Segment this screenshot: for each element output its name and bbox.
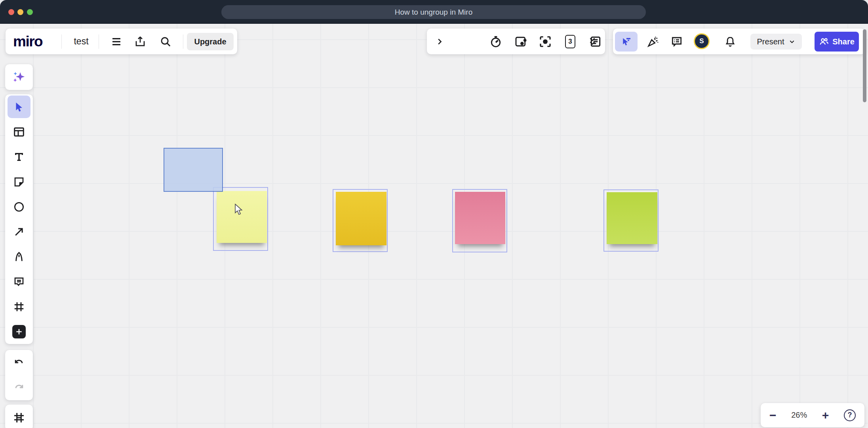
vertical-scrollbar[interactable] <box>863 29 866 102</box>
notifications-button[interactable] <box>720 29 740 54</box>
share-label: Share <box>832 37 855 46</box>
share-people-icon <box>819 36 829 47</box>
sticky-note-object[interactable] <box>217 191 267 243</box>
comments-feed-button[interactable] <box>666 29 687 54</box>
selection-box[interactable] <box>333 189 388 252</box>
zoom-level[interactable]: 26% <box>791 411 807 420</box>
frame-icon <box>13 301 25 313</box>
main-menu-icon <box>110 36 122 48</box>
share-button[interactable]: Share <box>815 32 859 52</box>
timer-icon <box>489 35 502 48</box>
miro-logo[interactable]: miro <box>13 29 42 54</box>
text-icon <box>13 151 25 163</box>
sticky-note-object[interactable] <box>455 192 505 244</box>
sticky-note-icon <box>13 176 25 188</box>
board-toolbar: miro test Upgrade <box>6 29 237 54</box>
browser-tab[interactable]: How to ungroup in Miro <box>221 5 646 19</box>
undo-icon <box>13 357 25 369</box>
spotlight-button[interactable] <box>535 29 556 54</box>
more-tools[interactable] <box>5 319 33 344</box>
search-icon <box>160 36 171 48</box>
comment-icon <box>13 276 25 288</box>
ai-sparkles-icon <box>11 70 27 85</box>
selection-box[interactable] <box>213 187 268 251</box>
select-cursor-icon <box>13 101 25 113</box>
window-titlebar: How to ungroup in Miro <box>0 0 868 24</box>
notifications-bell-icon <box>724 36 736 48</box>
comments-feed-icon <box>670 35 683 48</box>
spotlight-icon <box>539 35 552 48</box>
text-tool[interactable] <box>5 144 33 169</box>
follow-cursor-icon <box>621 36 632 48</box>
mouse-cursor <box>234 204 245 216</box>
miro-board-window: How to ungroup in Miro miro test Upgrade <box>0 0 868 428</box>
frame-tool[interactable] <box>5 294 33 319</box>
select-tool[interactable] <box>5 94 33 119</box>
sticky-note-object[interactable] <box>607 192 657 244</box>
arrow-icon <box>13 226 25 238</box>
chevron-down-icon <box>789 38 795 45</box>
avatar-initial: S <box>699 37 704 45</box>
divider <box>61 34 62 49</box>
pen-icon <box>13 251 25 263</box>
selection-box[interactable] <box>452 189 507 252</box>
present-button[interactable]: Present <box>750 34 802 50</box>
comment-tool[interactable] <box>5 269 33 294</box>
export-board-icon <box>134 36 146 48</box>
frames-panel-button[interactable] <box>5 405 33 428</box>
search-button[interactable] <box>155 29 176 54</box>
templates-tool[interactable] <box>5 119 33 144</box>
collapse-chevron-icon <box>435 37 444 46</box>
zoom-controls: − 26% + ? <box>761 403 864 427</box>
minimize-window-button[interactable] <box>17 9 23 15</box>
connection-line-tool[interactable] <box>5 219 33 244</box>
tool-sidebar <box>5 94 33 344</box>
history-controls <box>5 350 33 400</box>
frames-panel-icon <box>13 411 25 424</box>
redo-button[interactable] <box>5 375 33 400</box>
more-facilitation-tools-button[interactable] <box>583 29 602 54</box>
attention-button[interactable] <box>510 29 531 54</box>
miro-assist-button[interactable] <box>5 64 33 90</box>
sticky-note-tool[interactable] <box>5 169 33 194</box>
selection-box[interactable] <box>603 189 659 252</box>
redo-icon <box>13 382 25 394</box>
reactions-icon <box>647 35 659 48</box>
more-tools-chevron-icon <box>588 37 597 46</box>
window-title: How to ungroup in Miro <box>395 8 472 17</box>
follow-cursor-button[interactable] <box>615 32 638 52</box>
upgrade-button[interactable]: Upgrade <box>187 33 234 50</box>
plus-icon <box>12 325 26 338</box>
shapes-tool[interactable] <box>5 194 33 219</box>
undo-button[interactable] <box>5 350 33 375</box>
fullscreen-window-button[interactable] <box>27 9 33 15</box>
divider <box>99 34 99 49</box>
close-window-button[interactable] <box>8 9 14 15</box>
main-menu-button[interactable] <box>106 29 127 54</box>
zoom-in-button[interactable]: + <box>822 409 829 421</box>
circle-shape-icon <box>13 201 25 213</box>
avatar[interactable]: S <box>694 33 710 49</box>
estimation-icon: 3 <box>565 35 575 48</box>
facilitation-toolbar: 3 <box>427 29 605 54</box>
estimation-button[interactable]: 3 <box>560 29 581 54</box>
attention-icon <box>514 35 527 48</box>
help-icon: ? <box>847 411 852 419</box>
zoom-out-button[interactable]: − <box>769 409 777 421</box>
sticky-note-object[interactable] <box>336 192 386 245</box>
reactions-button[interactable] <box>643 29 663 54</box>
templates-icon <box>13 126 25 138</box>
export-board-button[interactable] <box>130 29 150 54</box>
pen-tool[interactable] <box>5 244 33 269</box>
collaboration-toolbar: S Present Share <box>613 29 865 54</box>
present-label: Present <box>757 37 784 46</box>
help-button[interactable]: ? <box>844 409 856 421</box>
rectangle-shape[interactable] <box>164 148 223 192</box>
timer-button[interactable] <box>485 29 506 54</box>
divider <box>183 34 183 49</box>
board-name[interactable]: test <box>69 29 93 54</box>
collapse-toolbar-button[interactable] <box>430 29 449 54</box>
